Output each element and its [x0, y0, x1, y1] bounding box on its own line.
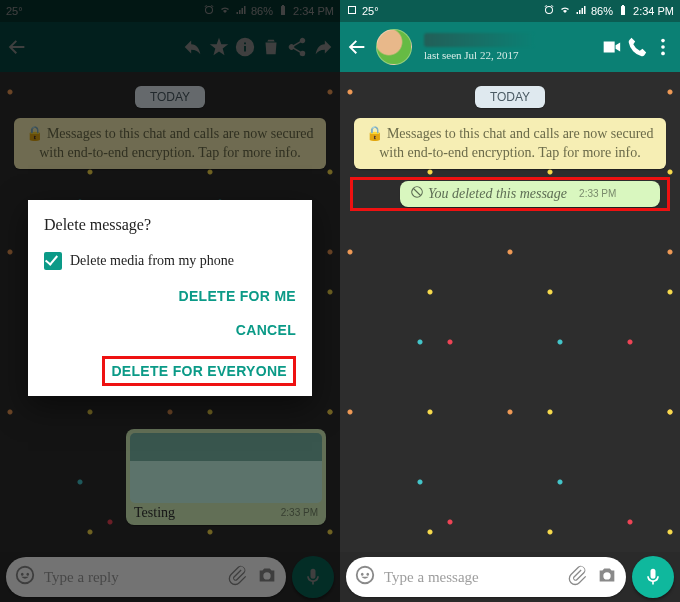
emoji-icon[interactable]: [354, 564, 376, 590]
screenshot-left: 25° 86% 2:34 PM TODAY 🔒 Messages to this…: [0, 0, 340, 602]
alarm-icon: [543, 4, 555, 18]
checkbox-label: Delete media from my phone: [70, 253, 234, 269]
checkbox-checked-icon[interactable]: [44, 252, 62, 270]
contact-avatar[interactable]: [376, 29, 412, 65]
mic-button[interactable]: [632, 556, 674, 598]
battery-icon: [617, 4, 629, 18]
highlight-annotation: You deleted this message 2:33 PM: [352, 179, 668, 209]
chat-area[interactable]: TODAY 🔒 Messages to this chat and calls …: [340, 72, 680, 552]
status-bar: 25° 86% 2:34 PM: [340, 0, 680, 22]
encryption-text: Messages to this chat and calls are now …: [379, 126, 653, 160]
screenshot-icon: [346, 4, 358, 18]
date-chip: TODAY: [475, 86, 545, 108]
input-bar: Type a message: [340, 552, 680, 602]
deleted-message-text: You deleted this message: [428, 186, 567, 202]
attach-icon[interactable]: [566, 564, 588, 590]
status-time: 2:34 PM: [633, 5, 674, 17]
voice-call-icon[interactable]: [626, 36, 648, 58]
camera-icon[interactable]: [596, 564, 618, 590]
signal-icon: [575, 4, 587, 18]
delete-for-me-button[interactable]: DELETE FOR ME: [179, 288, 296, 304]
back-icon[interactable]: [346, 36, 368, 58]
video-call-icon[interactable]: [600, 36, 622, 58]
contact-header[interactable]: last seen Jul 22, 2017: [424, 33, 534, 61]
cancel-button[interactable]: CANCEL: [236, 322, 296, 338]
svg-point-1: [661, 45, 665, 49]
deleted-message-bubble[interactable]: You deleted this message 2:33 PM: [400, 181, 660, 207]
contact-name-redacted: [424, 33, 534, 47]
svg-point-0: [661, 39, 665, 43]
last-seen-text: last seen Jul 22, 2017: [424, 49, 534, 61]
more-icon[interactable]: [652, 36, 674, 58]
chat-toolbar: last seen Jul 22, 2017: [340, 22, 680, 72]
screenshot-right: 25° 86% 2:34 PM last seen Jul 22, 2017 T…: [340, 0, 680, 602]
blocked-icon: [410, 185, 424, 203]
message-input[interactable]: Type a message: [346, 557, 626, 597]
encryption-notice[interactable]: 🔒 Messages to this chat and calls are no…: [354, 118, 666, 169]
lock-icon: 🔒: [366, 125, 383, 141]
delete-media-checkbox-row[interactable]: Delete media from my phone: [44, 252, 296, 270]
battery-percent: 86%: [591, 5, 613, 17]
delete-for-everyone-button[interactable]: DELETE FOR EVERYONE: [102, 356, 296, 386]
message-timestamp: 2:33 PM: [579, 188, 616, 199]
input-placeholder: Type a message: [384, 569, 558, 586]
wifi-icon: [559, 4, 571, 18]
svg-point-2: [661, 52, 665, 56]
status-temperature: 25°: [362, 5, 379, 17]
delete-dialog: Delete message? Delete media from my pho…: [28, 200, 312, 396]
dialog-title: Delete message?: [44, 216, 296, 234]
